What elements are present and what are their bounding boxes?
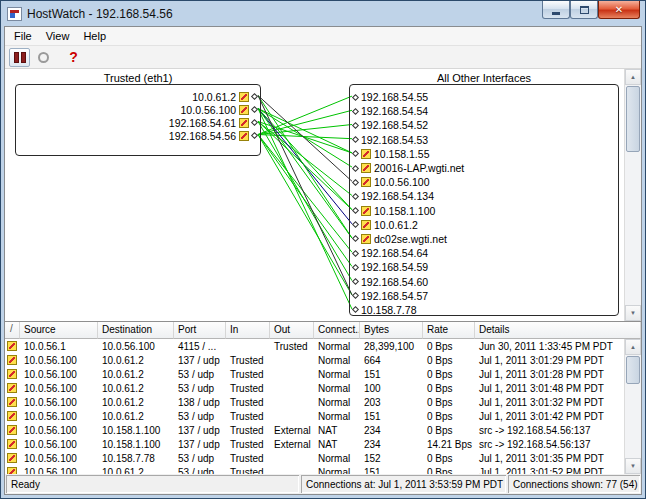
pause-icon — [14, 52, 26, 63]
host-name: 10.0.61.2 — [374, 219, 418, 231]
cell-destination: 10.158.1.100 — [98, 425, 174, 436]
cell-source: 10.0.56.100 — [20, 397, 98, 408]
host-name: 10.158.1.100 — [374, 205, 435, 217]
connection-icon — [7, 355, 17, 365]
host-icon — [361, 234, 371, 244]
cell-connection: NAT — [314, 439, 360, 450]
scroll-up-icon[interactable]: ▲ — [625, 69, 641, 85]
host-item[interactable]: 192.168.54.53 — [350, 133, 618, 147]
host-icon — [361, 220, 371, 230]
host-name: 10.158.1.55 — [374, 148, 429, 160]
menu-view[interactable]: View — [39, 28, 77, 44]
host-item[interactable]: 192.168.54.54 — [350, 104, 618, 118]
trusted-host-box: 10.0.61.210.0.56.100192.168.54.61192.168… — [15, 84, 261, 156]
host-item[interactable]: 192.168.54.57 — [350, 289, 618, 303]
scroll-up-icon[interactable]: ▲ — [625, 339, 641, 355]
maximize-button[interactable] — [570, 1, 598, 19]
connection-row[interactable]: 10.0.56.10010.0.61.253 / udpTrustedNorma… — [5, 367, 624, 381]
host-name: 192.168.54.60 — [361, 276, 428, 288]
host-item[interactable]: 10.158.1.55 — [350, 147, 618, 161]
table-header-row: /SourceDestinationPortInOutConnect...Byt… — [5, 322, 641, 339]
cell-source: 10.0.56.100 — [20, 383, 98, 394]
menu-file[interactable]: File — [7, 28, 39, 44]
host-icon — [361, 149, 371, 159]
table-scrollbar[interactable]: ▲ ▼ — [624, 339, 641, 474]
pause-button[interactable] — [9, 48, 30, 67]
host-item[interactable]: 192.168.54.55 — [350, 90, 618, 104]
close-button[interactable]: ✕ — [598, 1, 640, 19]
connection-icon — [7, 411, 17, 421]
connection-row[interactable]: 10.0.56.110.0.56.1004115 / ...TrustedNor… — [5, 339, 624, 353]
scroll-down-icon[interactable]: ▼ — [625, 458, 641, 474]
connection-row[interactable]: 10.0.56.10010.158.7.7853 / udpTrustedNor… — [5, 451, 624, 465]
host-icon — [239, 131, 249, 141]
connector-diamond-icon — [352, 264, 359, 271]
cell-rate: 0 Bps — [423, 453, 475, 464]
column-header-source[interactable]: Source — [20, 322, 98, 339]
table-scroll-thumb[interactable] — [626, 356, 640, 384]
help-button[interactable]: ? — [63, 48, 84, 67]
cell-bytes: 100 — [360, 383, 423, 394]
connection-row[interactable]: 10.0.56.10010.0.61.253 / udpTrustedNorma… — [5, 465, 624, 474]
table-body: 10.0.56.110.0.56.1004115 / ...TrustedNor… — [5, 339, 624, 474]
connection-icon — [7, 467, 17, 474]
host-item[interactable]: 192.168.54.60 — [350, 274, 618, 288]
continue-button[interactable] — [33, 48, 54, 67]
column-header-out[interactable]: Out — [270, 322, 314, 339]
column-header-port[interactable]: Port — [174, 322, 226, 339]
connection-line — [258, 135, 352, 295]
column-header-rate[interactable]: Rate — [423, 322, 475, 339]
column-header-destination[interactable]: Destination — [98, 322, 174, 339]
cell-bytes: 151 — [360, 411, 423, 422]
cell-details: Jun 30, 2011 1:33:45 PM PDT — [475, 341, 624, 352]
sort-column-header[interactable]: / — [5, 322, 20, 339]
scroll-down-icon[interactable]: ▼ — [625, 305, 641, 321]
host-item[interactable]: 192.168.54.134 — [350, 189, 618, 203]
connection-row[interactable]: 10.0.56.10010.0.61.253 / udpTrustedNorma… — [5, 381, 624, 395]
column-header-connection[interactable]: Connect... — [314, 322, 360, 339]
cell-destination: 10.0.61.2 — [98, 383, 174, 394]
cell-details: Jul 1, 2011 3:01:29 PM PDT — [475, 355, 624, 366]
host-name: 10.0.56.100 — [181, 104, 236, 116]
cell-in: Trusted — [226, 383, 270, 394]
diagram-scroll-thumb[interactable] — [626, 86, 640, 152]
host-icon — [361, 177, 371, 187]
connection-diagram: Trusted (eth1) All Other Interfaces 10.0… — [5, 69, 641, 321]
column-header-details[interactable]: Details — [475, 322, 641, 339]
diagram-scrollbar[interactable]: ▲ ▼ — [624, 69, 641, 321]
host-item[interactable]: dc02se.wgti.net — [350, 232, 618, 246]
cell-destination: 10.0.61.2 — [98, 411, 174, 422]
connection-row[interactable]: 10.0.56.10010.0.61.253 / udpTrustedNorma… — [5, 409, 624, 423]
host-item[interactable]: 10.0.56.100 — [16, 103, 260, 116]
host-item[interactable]: 20016-LAP.wgti.net — [350, 161, 618, 175]
connection-row[interactable]: 10.0.56.10010.0.61.2138 / udpTrustedNorm… — [5, 395, 624, 409]
connection-row[interactable]: 10.0.56.10010.158.1.100137 / udpTrustedE… — [5, 423, 624, 437]
host-item[interactable]: 10.158.1.100 — [350, 204, 618, 218]
connection-line — [258, 125, 352, 135]
minimize-button[interactable] — [542, 1, 570, 19]
host-item[interactable]: 192.168.54.59 — [350, 260, 618, 274]
host-item[interactable]: 10.0.61.2 — [16, 90, 260, 103]
toolbar: ? — [5, 46, 641, 69]
host-item[interactable]: 192.168.54.52 — [350, 118, 618, 132]
column-header-bytes[interactable]: Bytes — [360, 322, 423, 339]
cell-source: 10.0.56.100 — [20, 411, 98, 422]
cell-destination: 10.158.7.78 — [98, 453, 174, 464]
menu-help[interactable]: Help — [76, 28, 113, 44]
host-item[interactable]: 192.168.54.56 — [16, 129, 260, 142]
host-item[interactable]: 10.158.7.78 — [350, 303, 618, 317]
host-item[interactable]: 10.0.56.100 — [350, 175, 618, 189]
host-name: 192.168.54.53 — [361, 134, 428, 146]
connector-diamond-icon — [352, 250, 359, 257]
host-item[interactable]: 192.168.54.64 — [350, 246, 618, 260]
host-item[interactable]: 192.168.54.61 — [16, 116, 260, 129]
connection-icon — [7, 425, 17, 435]
column-header-in[interactable]: In — [226, 322, 270, 339]
cell-details: src -> 192.168.54.56:137 — [475, 425, 624, 436]
connection-row[interactable]: 10.0.56.10010.0.61.2137 / udpTrustedNorm… — [5, 353, 624, 367]
connection-row[interactable]: 10.0.56.10010.158.1.100137 / udpTrustedE… — [5, 437, 624, 451]
cell-rate: 0 Bps — [423, 411, 475, 422]
cell-bytes: 234 — [360, 425, 423, 436]
cell-rate: 14.21 Bps — [423, 439, 475, 450]
host-item[interactable]: 10.0.61.2 — [350, 218, 618, 232]
